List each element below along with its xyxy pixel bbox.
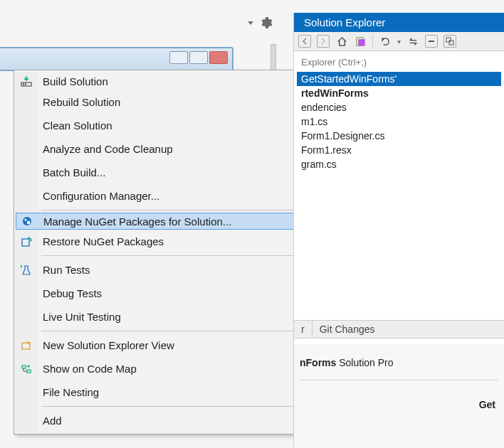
toolbar-controls <box>248 17 272 28</box>
search-placeholder[interactable]: Explorer (Ctrl+;) <box>297 55 501 72</box>
svg-rect-8 <box>22 366 26 368</box>
collapse-icon[interactable] <box>425 35 438 48</box>
back-icon[interactable] <box>298 35 311 48</box>
forward-icon[interactable] <box>317 35 330 48</box>
sync-icon[interactable] <box>406 35 419 48</box>
nuget-icon <box>21 215 33 228</box>
svg-rect-2 <box>25 84 26 85</box>
bottom-tabs: r Git Changes <box>294 320 504 338</box>
properties-panel: nForms Solution Pro Get <box>294 344 504 447</box>
restore-icon <box>20 235 33 248</box>
svg-rect-13 <box>429 41 434 42</box>
svg-rect-9 <box>27 370 31 373</box>
beaker-icon <box>20 264 33 277</box>
form-designer-titlebar <box>0 47 233 71</box>
switch-view-icon[interactable] <box>354 35 367 48</box>
scrollbar[interactable] <box>271 44 276 73</box>
svg-rect-14 <box>446 38 451 42</box>
svg-point-4 <box>24 218 26 220</box>
show-all-icon[interactable] <box>443 35 456 48</box>
close-button[interactable] <box>209 51 228 64</box>
panel-title: Solution Explorer <box>294 13 504 32</box>
tab-explorer[interactable]: r <box>294 321 312 338</box>
tab-git-changes[interactable]: Git Changes <box>312 321 382 338</box>
solution-explorer-panel: Solution Explorer ▾ Explorer (Ctrl+;) <box>293 13 504 447</box>
solution-explorer-toolbar: ▾ <box>294 32 504 51</box>
svg-rect-11 <box>358 39 364 45</box>
tree-item-project[interactable]: rtedWinForms <box>297 86 501 100</box>
new-view-icon <box>20 339 33 352</box>
home-icon[interactable] <box>335 35 348 48</box>
dropdown-caret-icon[interactable]: ▾ <box>397 38 401 46</box>
tree-item-solution[interactable]: GetStartedWinForms' <box>297 72 501 86</box>
dropdown-caret-icon[interactable] <box>248 21 253 25</box>
refresh-icon[interactable] <box>379 35 392 48</box>
properties-title: nForms Solution Pro <box>300 350 498 375</box>
panel-title-text: Solution Explorer <box>304 16 385 28</box>
svg-point-5 <box>27 221 31 225</box>
window-buttons <box>169 51 228 64</box>
solution-tree: Explorer (Ctrl+;) GetStartedWinForms' rt… <box>294 51 504 176</box>
codemap-icon <box>20 363 33 375</box>
tree-item-file[interactable]: gram.cs <box>297 157 501 171</box>
tree-item-file[interactable]: Form1.Designer.cs <box>297 129 501 143</box>
tree-item-file[interactable]: Form1.resx <box>297 143 501 157</box>
tree-item-dependencies[interactable]: endencies <box>297 100 501 114</box>
maximize-button[interactable] <box>189 51 208 64</box>
svg-point-3 <box>23 217 31 225</box>
tree-item-file[interactable]: m1.cs <box>297 114 501 129</box>
gear-icon[interactable] <box>261 17 272 28</box>
build-icon <box>20 75 33 87</box>
minimize-button[interactable] <box>169 51 188 64</box>
properties-label: Get <box>300 385 498 410</box>
svg-rect-15 <box>449 41 453 45</box>
svg-point-12 <box>382 38 384 40</box>
svg-rect-6 <box>22 239 29 246</box>
svg-rect-1 <box>23 84 24 85</box>
